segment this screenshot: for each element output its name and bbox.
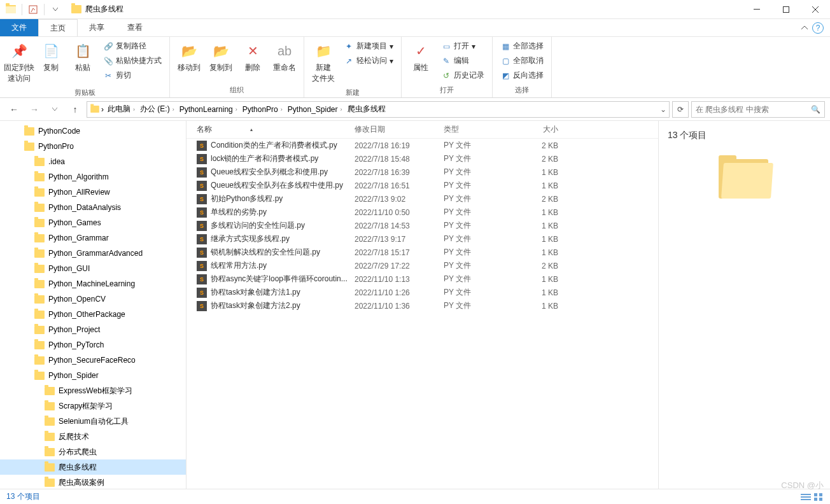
column-name[interactable]: 名称▴	[197, 124, 355, 135]
move-to-button[interactable]: 📂移动到	[174, 38, 204, 76]
file-row[interactable]: SQueue线程安全队列概念和使用.py2022/7/18 16:39PY 文件…	[186, 165, 658, 179]
tree-item[interactable]: Python_GUI	[0, 261, 186, 276]
chevron-right-icon[interactable]: ›	[236, 106, 237, 113]
file-row[interactable]: SQueue线程安全队列在多线程中使用.py2022/7/18 16:51PY …	[186, 179, 658, 192]
search-box[interactable]: 🔍	[691, 101, 825, 118]
tree-item[interactable]: Python_Algorithm	[0, 169, 186, 185]
chevron-right-icon[interactable]: ›	[281, 106, 283, 113]
file-row[interactable]: S继承方式实现多线程.py2022/7/13 9:17PY 文件1 KB	[186, 232, 658, 246]
column-size[interactable]: 大小	[520, 124, 571, 135]
file-row[interactable]: S初始Python多线程.py2022/7/13 9:02PY 文件2 KB	[186, 192, 658, 206]
address-bar[interactable]: › 此电脑›办公 (E:)›PythonLearning›PythonPro›P…	[87, 101, 670, 118]
tab-view[interactable]: 查看	[116, 19, 154, 36]
copy-to-button[interactable]: 📂复制到	[206, 38, 236, 76]
recent-locations-button[interactable]	[46, 101, 64, 118]
tree-item[interactable]: Python_PyTorch	[0, 337, 186, 353]
tree-item[interactable]: 分布式爬虫	[0, 444, 186, 459]
pin-button[interactable]: 📌固定到快 速访问	[4, 38, 34, 87]
edit-button[interactable]: ✎编辑	[439, 54, 487, 67]
tree-item[interactable]: Scrapy框架学习	[0, 398, 186, 414]
cut-button[interactable]: ✂剪切	[101, 69, 164, 82]
close-button[interactable]	[801, 0, 830, 19]
large-icons-view-icon[interactable]	[813, 493, 824, 501]
copy-path-button[interactable]: 🔗复制路径	[101, 39, 164, 53]
file-row[interactable]: S单线程的劣势.py2022/11/10 0:50PY 文件1 KB	[186, 206, 658, 219]
tree-item[interactable]: Selenium自动化工具	[0, 414, 186, 429]
column-date[interactable]: 修改日期	[355, 124, 444, 135]
chevron-right-icon[interactable]: ›	[133, 106, 135, 113]
breadcrumb-segment[interactable]: Python_Spider›	[285, 105, 345, 114]
tree-item[interactable]: .idea	[0, 154, 186, 169]
search-icon[interactable]: 🔍	[811, 105, 820, 114]
tree-item-label: Scrapy框架学习	[59, 401, 113, 412]
column-type[interactable]: 类型	[444, 124, 520, 135]
qat-properties-icon[interactable]	[26, 3, 40, 17]
tree-item[interactable]: PythonCode	[0, 123, 186, 139]
qat-dropdown-icon[interactable]	[48, 3, 62, 17]
tree-item[interactable]: Python_AllReview	[0, 185, 186, 200]
select-none-button[interactable]: ▢全部取消	[498, 54, 546, 67]
tree-item[interactable]: PythonPro	[0, 139, 186, 154]
paste-shortcut-button[interactable]: 📎粘贴快捷方式	[101, 54, 164, 67]
breadcrumb-segment[interactable]: PythonPro›	[240, 105, 285, 114]
maximize-button[interactable]	[771, 0, 801, 19]
tree-item[interactable]: 反爬技术	[0, 429, 186, 444]
minimize-button[interactable]	[742, 0, 771, 19]
properties-button[interactable]: ✓属性	[405, 38, 436, 76]
tree-item[interactable]: Python_Project	[0, 322, 186, 337]
rename-button[interactable]: ab重命名	[269, 38, 300, 76]
chevron-right-icon[interactable]: ›	[101, 105, 104, 114]
help-button[interactable]: ?	[812, 22, 824, 34]
invert-selection-button[interactable]: ◩反向选择	[498, 69, 546, 82]
tree-item[interactable]: Python_GrammarAdvanced	[0, 246, 186, 261]
up-button[interactable]: ↑	[66, 101, 84, 118]
new-item-button[interactable]: ✦新建项目 ▾	[341, 39, 396, 53]
file-row[interactable]: SCondition类的生产者和消费者模式.py2022/7/18 16:19P…	[186, 139, 658, 152]
tree-item[interactable]: Python_DataAnalysis	[0, 200, 186, 215]
tree-item[interactable]: Python_Spider	[0, 368, 186, 383]
paste-button[interactable]: 📋粘贴	[67, 38, 98, 76]
delete-button[interactable]: ✕删除	[237, 38, 268, 76]
easy-access-button[interactable]: ↗轻松访问 ▾	[341, 54, 396, 67]
search-input[interactable]	[696, 105, 811, 114]
navigation-tree[interactable]: PythonCodePythonPro.ideaPython_Algorithm…	[0, 121, 186, 489]
file-row[interactable]: S协程task对象创建方法2.py2022/11/10 1:36PY 文件1 K…	[186, 299, 658, 312]
tab-home[interactable]: 主页	[38, 19, 78, 36]
tree-item[interactable]: 爬虫多线程	[0, 459, 186, 475]
address-dropdown-icon[interactable]: ⌄	[660, 105, 666, 114]
refresh-button[interactable]: ⟳	[672, 101, 689, 118]
new-folder-button[interactable]: 📁新建 文件夹	[308, 38, 339, 87]
back-button[interactable]: ←	[5, 101, 23, 118]
tree-item[interactable]: Python_Grammar	[0, 230, 186, 246]
tree-item[interactable]: 爬虫高级案例	[0, 475, 186, 489]
tree-item[interactable]: Python_Games	[0, 215, 186, 230]
file-row[interactable]: Slock锁的生产者和消费者模式.py2022/7/18 15:48PY 文件2…	[186, 152, 658, 165]
ribbon-collapse-icon[interactable]	[801, 25, 808, 31]
file-row[interactable]: S多线程访问的安全性问题.py2022/7/18 14:53PY 文件1 KB	[186, 219, 658, 232]
tab-file[interactable]: 文件	[0, 19, 38, 36]
tree-item[interactable]: Python_OpenCV	[0, 291, 186, 307]
breadcrumb-segment[interactable]: 办公 (E:)›	[137, 104, 177, 115]
breadcrumb-segment[interactable]: PythonLearning›	[177, 105, 240, 114]
tree-item[interactable]: Python_MachineLearning	[0, 276, 186, 291]
breadcrumb-segment[interactable]: 此电脑›	[105, 104, 137, 115]
chevron-right-icon[interactable]: ›	[341, 106, 342, 113]
tree-item[interactable]: Python_SecureFaceReco	[0, 353, 186, 368]
select-all-button[interactable]: ▦全部选择	[498, 39, 546, 53]
chevron-right-icon[interactable]: ›	[172, 106, 174, 113]
file-row[interactable]: S协程async关键字loop事件循环coroutin...2022/11/10…	[186, 272, 658, 286]
view-mode-buttons[interactable]	[801, 493, 824, 501]
details-view-icon[interactable]	[801, 493, 811, 501]
forward-button[interactable]: →	[25, 101, 43, 118]
file-date: 2022/7/18 16:51	[355, 181, 444, 190]
tree-item[interactable]: Python_OtherPackage	[0, 307, 186, 322]
tree-item[interactable]: ExpressWeb框架学习	[0, 383, 186, 398]
file-row[interactable]: S线程常用方法.py2022/7/29 17:22PY 文件2 KB	[186, 259, 658, 272]
file-row[interactable]: S锁机制解决线程的安全性问题.py2022/7/18 15:17PY 文件1 K…	[186, 246, 658, 259]
file-row[interactable]: S协程task对象创建方法1.py2022/11/10 1:26PY 文件1 K…	[186, 286, 658, 299]
tab-share[interactable]: 共享	[78, 19, 116, 36]
breadcrumb-segment[interactable]: 爬虫多线程	[345, 104, 388, 115]
open-button[interactable]: ▭打开 ▾	[439, 39, 487, 53]
copy-button[interactable]: 📄复制	[36, 38, 66, 76]
history-button[interactable]: ↺历史记录	[439, 69, 487, 82]
